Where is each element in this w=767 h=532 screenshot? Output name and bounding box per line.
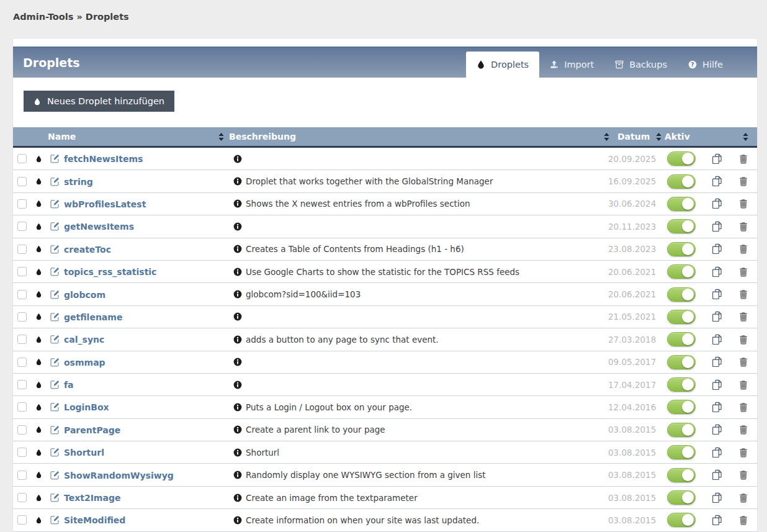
edit-icon[interactable]	[50, 176, 60, 187]
edit-icon[interactable]	[50, 357, 60, 367]
active-toggle[interactable]	[667, 151, 696, 166]
trash-icon[interactable]	[738, 312, 748, 322]
copy-icon[interactable]	[712, 492, 723, 503]
row-checkbox[interactable]	[17, 402, 27, 412]
row-checkbox[interactable]	[17, 380, 27, 389]
info-icon[interactable]	[233, 245, 242, 253]
row-checkbox[interactable]	[17, 493, 27, 502]
trash-icon[interactable]	[738, 222, 748, 232]
row-checkbox[interactable]	[17, 177, 27, 186]
droplet-name-link[interactable]: ParentPage	[64, 425, 120, 435]
active-toggle[interactable]	[667, 468, 696, 482]
copy-icon[interactable]	[712, 469, 723, 480]
edit-icon[interactable]	[50, 492, 60, 503]
edit-icon[interactable]	[50, 470, 60, 480]
info-icon[interactable]	[233, 222, 242, 231]
droplet-name-link[interactable]: string	[64, 177, 93, 187]
trash-icon[interactable]	[738, 357, 748, 367]
copy-icon[interactable]	[712, 289, 723, 300]
sort-icon[interactable]	[656, 133, 662, 141]
trash-icon[interactable]	[738, 335, 748, 345]
row-checkbox[interactable]	[17, 267, 27, 276]
copy-icon[interactable]	[712, 311, 723, 322]
info-icon[interactable]	[233, 177, 242, 186]
droplet-name-link[interactable]: LoginBox	[64, 402, 109, 412]
active-toggle[interactable]	[667, 355, 696, 369]
row-checkbox[interactable]	[17, 312, 27, 322]
active-toggle[interactable]	[667, 490, 696, 505]
edit-icon[interactable]	[50, 153, 60, 164]
sort-icon[interactable]	[604, 133, 609, 141]
tab-hilfe[interactable]: ? Hilfe	[678, 52, 733, 78]
info-icon[interactable]	[233, 199, 242, 208]
trash-icon[interactable]	[738, 244, 748, 254]
row-checkbox[interactable]	[17, 154, 27, 163]
copy-icon[interactable]	[712, 379, 723, 390]
row-checkbox[interactable]	[17, 425, 27, 435]
row-checkbox[interactable]	[17, 245, 27, 254]
trash-icon[interactable]	[738, 515, 748, 525]
add-droplet-button[interactable]: Neues Droplet hinzufügen	[24, 91, 174, 112]
droplet-name-link[interactable]: Text2Image	[64, 493, 120, 503]
row-checkbox[interactable]	[17, 358, 27, 367]
row-checkbox[interactable]	[17, 199, 27, 209]
active-toggle[interactable]	[667, 377, 696, 392]
info-icon[interactable]	[233, 358, 242, 366]
droplet-name-link[interactable]: ShowRandomWysiwyg	[64, 471, 174, 480]
column-header-description[interactable]: Beschreibung	[229, 132, 616, 142]
droplet-name-link[interactable]: fetchNewsItems	[64, 154, 143, 164]
trash-icon[interactable]	[738, 470, 748, 480]
edit-icon[interactable]	[50, 289, 60, 300]
info-icon[interactable]	[233, 290, 242, 299]
column-header-active[interactable]: Aktiv	[663, 132, 757, 142]
droplet-name-link[interactable]: osmmap	[64, 358, 105, 367]
droplet-name-link[interactable]: SiteModified	[64, 515, 125, 525]
copy-icon[interactable]	[712, 153, 723, 165]
row-checkbox[interactable]	[17, 471, 27, 480]
trash-icon[interactable]	[738, 199, 748, 209]
active-toggle[interactable]	[667, 423, 696, 437]
info-icon[interactable]	[233, 335, 242, 344]
trash-icon[interactable]	[738, 176, 748, 186]
droplet-name-link[interactable]: topics_rss_statistic	[64, 267, 156, 277]
active-toggle[interactable]	[667, 287, 696, 302]
copy-icon[interactable]	[712, 221, 723, 232]
copy-icon[interactable]	[712, 447, 723, 458]
copy-icon[interactable]	[712, 266, 723, 277]
trash-icon[interactable]	[738, 448, 748, 458]
tab-droplets[interactable]: Droplets	[466, 52, 539, 78]
droplet-name-link[interactable]: globcom	[64, 290, 105, 300]
info-icon[interactable]	[233, 268, 242, 276]
info-icon[interactable]	[233, 381, 242, 389]
droplet-name-link[interactable]: wbProfilesLatest	[64, 199, 146, 209]
copy-icon[interactable]	[712, 334, 723, 345]
active-toggle[interactable]	[667, 242, 696, 256]
row-checkbox[interactable]	[17, 290, 27, 299]
row-checkbox[interactable]	[17, 515, 27, 525]
column-header-name[interactable]: Name	[48, 132, 229, 142]
copy-icon[interactable]	[712, 424, 723, 435]
copy-icon[interactable]	[712, 356, 723, 367]
sort-icon[interactable]	[743, 133, 748, 141]
tab-backups[interactable]: Backups	[604, 52, 678, 78]
droplet-name-link[interactable]: createToc	[64, 245, 111, 255]
info-icon[interactable]	[233, 494, 242, 502]
info-icon[interactable]	[233, 471, 242, 479]
row-checkbox[interactable]	[17, 448, 27, 457]
column-header-date[interactable]: Datum	[616, 132, 663, 142]
info-icon[interactable]	[233, 312, 242, 321]
active-toggle[interactable]	[667, 197, 696, 211]
copy-icon[interactable]	[712, 402, 723, 413]
edit-icon[interactable]	[50, 312, 60, 322]
edit-icon[interactable]	[50, 515, 60, 525]
info-icon[interactable]	[233, 516, 242, 525]
active-toggle[interactable]	[667, 513, 696, 527]
trash-icon[interactable]	[738, 380, 748, 390]
droplet-name-link[interactable]: getNewsItems	[64, 222, 134, 232]
edit-icon[interactable]	[50, 402, 60, 412]
edit-icon[interactable]	[50, 244, 60, 255]
trash-icon[interactable]	[738, 267, 748, 277]
trash-icon[interactable]	[738, 493, 748, 503]
row-checkbox[interactable]	[17, 222, 27, 231]
edit-icon[interactable]	[50, 221, 60, 232]
